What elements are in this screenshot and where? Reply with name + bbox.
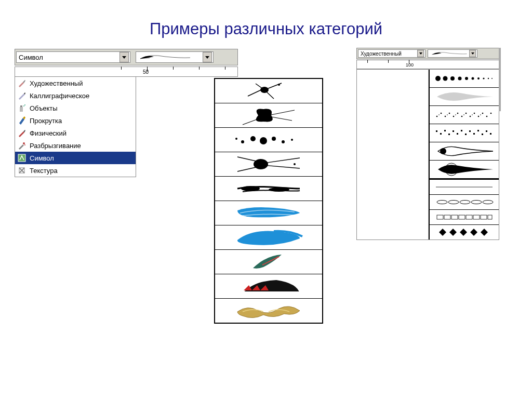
svg-rect-58 xyxy=(461,130,462,131)
category-item-label: Текстура xyxy=(30,167,58,175)
category-item-scroll[interactable]: Прокрутка xyxy=(15,114,136,127)
swatch-square-dots-line[interactable] xyxy=(430,124,499,142)
svg-rect-80 xyxy=(481,215,487,219)
svg-point-2 xyxy=(23,105,24,107)
svg-point-39 xyxy=(466,113,467,114)
brush-preview-dropdown[interactable] xyxy=(136,51,214,63)
svg-rect-78 xyxy=(466,215,472,219)
svg-point-66 xyxy=(440,148,446,154)
swatch-splat-lines[interactable] xyxy=(215,152,322,177)
quill-icon xyxy=(431,51,468,56)
svg-point-72 xyxy=(471,201,482,204)
swatch-teardrop-clip[interactable] xyxy=(430,161,499,179)
category-item-spray[interactable]: Разбрызгивание xyxy=(15,139,136,152)
swatch-dots-grad[interactable] xyxy=(430,70,499,88)
scrollbar-stub[interactable] xyxy=(499,48,501,111)
category-item-texture[interactable]: Текстура xyxy=(15,164,136,177)
swatch-ship-bow[interactable] xyxy=(215,274,322,299)
swatch-chain-ovals[interactable] xyxy=(430,195,499,210)
dropdown-arrow-icon[interactable] xyxy=(417,50,424,57)
svg-point-40 xyxy=(470,116,471,117)
svg-rect-65 xyxy=(490,133,491,135)
category-item-label: Символ xyxy=(30,154,54,162)
category-item-label: Физический xyxy=(30,129,66,137)
svg-rect-57 xyxy=(457,133,458,135)
dropdown-arrow-icon[interactable] xyxy=(469,50,476,57)
svg-point-70 xyxy=(448,201,459,204)
svg-point-45 xyxy=(490,113,492,114)
category-item-symbol[interactable]: Символ xyxy=(15,152,136,164)
swatch-feather[interactable] xyxy=(215,250,322,274)
category-list: Художественный Каллиграфическое Объекты … xyxy=(15,77,136,177)
nib-icon xyxy=(17,116,26,125)
svg-point-32 xyxy=(436,116,438,117)
svg-point-11 xyxy=(250,136,256,141)
symbol-icon xyxy=(17,153,26,163)
swatch-splat-twig[interactable] xyxy=(215,79,322,103)
swatch-blue-stroke-2[interactable] xyxy=(215,225,322,250)
svg-point-28 xyxy=(483,77,485,79)
svg-point-17 xyxy=(254,159,268,169)
svg-point-27 xyxy=(477,77,480,79)
svg-rect-55 xyxy=(448,134,450,135)
splat-icon xyxy=(17,141,26,150)
svg-rect-79 xyxy=(473,215,480,219)
swatch-boxes-row[interactable] xyxy=(430,210,499,225)
svg-rect-63 xyxy=(482,134,483,135)
left-panel: Символ 50 Художественный xyxy=(15,49,238,177)
spray-can-icon xyxy=(17,103,26,113)
svg-rect-52 xyxy=(436,130,437,132)
category-dropdown-right[interactable]: Художественный xyxy=(358,49,425,58)
quill-icon xyxy=(139,54,191,61)
svg-point-18 xyxy=(294,163,296,165)
brush-preview-dropdown-right[interactable] xyxy=(428,49,477,58)
swatch-brush-smear[interactable] xyxy=(215,177,322,201)
svg-point-51 xyxy=(480,114,481,115)
svg-point-49 xyxy=(463,114,464,115)
calligraphy-icon xyxy=(17,128,26,138)
svg-point-20 xyxy=(269,188,289,192)
toolbar-right: Художественный xyxy=(356,48,499,59)
right-document-area xyxy=(357,70,429,240)
svg-point-26 xyxy=(472,77,474,80)
swatch-dots-scatter[interactable] xyxy=(215,128,322,152)
svg-rect-81 xyxy=(488,215,492,219)
swatch-wavy-dots[interactable] xyxy=(430,106,499,124)
center-swatch-column xyxy=(214,78,323,324)
svg-point-22 xyxy=(443,76,448,81)
svg-point-15 xyxy=(291,139,293,141)
category-item-objects[interactable]: Объекты xyxy=(15,102,136,114)
svg-point-44 xyxy=(486,116,488,117)
svg-point-73 xyxy=(483,201,493,204)
svg-point-69 xyxy=(437,201,447,204)
svg-point-33 xyxy=(441,113,442,114)
svg-rect-59 xyxy=(465,134,467,135)
svg-rect-76 xyxy=(451,215,458,219)
swatch-thin-line[interactable] xyxy=(430,180,499,195)
category-dropdown-value: Символ xyxy=(19,54,43,61)
ruler-right: 100 xyxy=(356,60,499,69)
svg-point-10 xyxy=(241,140,244,143)
svg-point-21 xyxy=(435,76,441,81)
dropdown-arrow-icon[interactable] xyxy=(203,52,212,62)
page-title: Примеры различных категорий xyxy=(0,20,532,38)
swatch-teardrop-tex[interactable] xyxy=(430,88,499,106)
brush-icon xyxy=(17,78,26,88)
swatch-big-splat[interactable] xyxy=(215,103,322,128)
swatch-blue-stroke-1[interactable] xyxy=(215,201,322,225)
category-item-artistic[interactable]: Художественный xyxy=(15,77,136,89)
svg-point-14 xyxy=(282,140,285,143)
swatch-diamonds-row[interactable] xyxy=(430,225,499,240)
right-swatch-column xyxy=(429,70,499,240)
dropdown-arrow-icon[interactable] xyxy=(119,52,129,62)
category-item-physical[interactable]: Физический xyxy=(15,127,136,139)
category-item-calligraphic[interactable]: Каллиграфическое xyxy=(15,89,136,102)
svg-point-13 xyxy=(272,137,276,141)
svg-rect-53 xyxy=(440,133,442,135)
swatch-gold-flames[interactable] xyxy=(215,299,322,323)
svg-rect-64 xyxy=(486,130,487,132)
svg-point-4 xyxy=(23,142,25,144)
swatch-teardrop-outline[interactable] xyxy=(430,142,499,161)
category-dropdown[interactable]: Символ xyxy=(16,51,130,63)
svg-point-43 xyxy=(482,113,484,114)
